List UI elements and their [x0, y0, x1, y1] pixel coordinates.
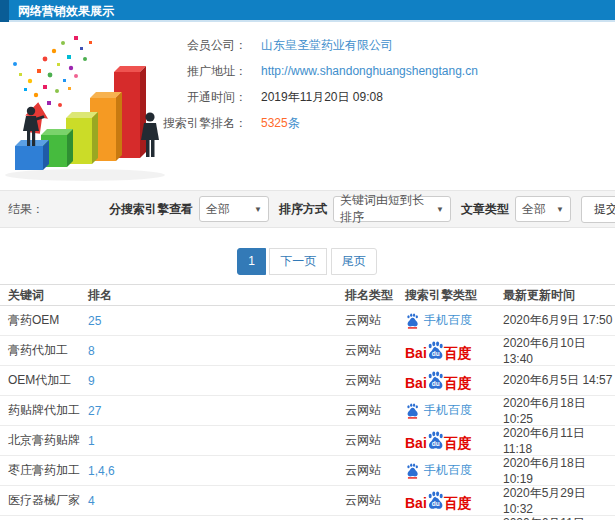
- engine-cell: 手机百度: [405, 312, 503, 329]
- article-type-select[interactable]: 全部 ▼: [515, 196, 571, 222]
- rank-type-cell: 云网站: [345, 462, 405, 479]
- rank-link[interactable]: 9: [88, 374, 345, 388]
- table-row: 菏泽膏药厂家17云网站手机百度2020年6月11日 11:40: [0, 516, 615, 520]
- top-title-bar: 网络营销效果展示: [0, 0, 615, 22]
- keyword-cell: OEM代加工: [8, 372, 88, 389]
- info-section: 会员公司： 山东皇圣堂药业有限公司 推广地址： http://www.shand…: [0, 22, 615, 190]
- filter-bar: 结果： 分搜索引擎查看 全部 ▼ 排序方式 关键词由短到长排序 ▼ 文章类型 全…: [0, 190, 615, 228]
- mobile-baidu-paw-icon: [405, 463, 420, 479]
- engine-cell: Baidu百度: [405, 431, 503, 450]
- updated-time-cell: 2020年5月29日 10:32: [503, 485, 615, 516]
- field-promo-url: 推广地址： http://www.shandonghuangshengtang.…: [155, 58, 478, 84]
- engine-cell: Baidu百度: [405, 491, 503, 510]
- svg-text:du: du: [432, 350, 440, 357]
- rank-link[interactable]: 4: [88, 494, 345, 508]
- table-row: 枣庄膏药加工1,4,6云网站手机百度2020年6月18日 10:19: [0, 456, 615, 486]
- engine-rank-count-label: 搜索引擎排名：: [155, 115, 247, 132]
- mobile-baidu-engine[interactable]: 手机百度: [405, 402, 472, 419]
- rank-type-cell: 云网站: [345, 342, 405, 359]
- keyword-cell: 膏药代加工: [8, 342, 88, 359]
- page: 网络营销效果展示: [0, 0, 615, 520]
- chevron-down-icon: ▼: [436, 205, 444, 214]
- table-row: 医疗器械厂家4云网站Baidu百度2020年5月29日 10:32: [0, 486, 615, 516]
- submit-button[interactable]: 提交: [581, 196, 615, 223]
- mobile-baidu-paw-icon: [405, 313, 420, 329]
- baidu-engine-logo[interactable]: Baidu百度: [405, 491, 472, 510]
- engine-label: 手机百度: [424, 402, 472, 419]
- rank-link[interactable]: 25: [88, 314, 345, 328]
- updated-time-cell: 2020年6月5日 14:57: [503, 372, 615, 389]
- table-body: 膏药OEM25云网站手机百度2020年6月9日 17:50膏药代加工8云网站Ba…: [0, 306, 615, 520]
- baidu-engine-logo[interactable]: Baidu百度: [405, 341, 472, 360]
- baidu-logo-prefix: Bai: [405, 496, 427, 510]
- chevron-down-icon: ▼: [254, 205, 262, 214]
- baidu-paw-icon: du: [426, 371, 445, 390]
- last-page-button[interactable]: 尾页: [331, 248, 377, 275]
- updated-time-cell: 2020年6月9日 17:50: [503, 312, 615, 329]
- page-number-current[interactable]: 1: [237, 248, 266, 275]
- field-engine-rank-count: 搜索引擎排名： 5325条: [155, 110, 478, 136]
- results-table: 关键词 排名 排名类型 搜索引擎类型 最新更新时间 膏药OEM25云网站手机百度…: [0, 284, 615, 520]
- pagination: 1 下一页 尾页: [0, 248, 615, 275]
- keyword-cell: 药贴牌代加工: [8, 402, 88, 419]
- keyword-cell: 医疗器械厂家: [8, 492, 88, 509]
- updated-time-cell: 2020年6月10日 13:40: [503, 335, 615, 366]
- updated-time-cell: 2020年6月11日 11:18: [503, 425, 615, 456]
- svg-text:du: du: [432, 380, 440, 387]
- member-company-value[interactable]: 山东皇圣堂药业有限公司: [261, 37, 393, 54]
- rank-type-cell: 云网站: [345, 432, 405, 449]
- svg-text:du: du: [432, 440, 440, 447]
- svg-text:du: du: [432, 500, 440, 507]
- sort-select[interactable]: 关键词由短到长排序 ▼: [333, 196, 451, 222]
- mobile-baidu-engine[interactable]: 手机百度: [405, 462, 472, 479]
- mobile-baidu-engine[interactable]: 手机百度: [405, 312, 472, 329]
- table-row: 膏药代加工8云网站Baidu百度2020年6月10日 13:40: [0, 336, 615, 366]
- engine-cell: 手机百度: [405, 402, 503, 419]
- baidu-paw-icon: du: [426, 491, 445, 510]
- baidu-paw-icon: du: [426, 341, 445, 360]
- baidu-logo-suffix: 百度: [444, 436, 472, 450]
- table-header-row: 关键词 排名 排名类型 搜索引擎类型 最新更新时间: [0, 284, 615, 306]
- table-row: OEM代加工9云网站Baidu百度2020年6月5日 14:57: [0, 366, 615, 396]
- promo-url-label: 推广地址：: [155, 63, 247, 80]
- engine-cell: Baidu百度: [405, 341, 503, 360]
- header-keyword: 关键词: [8, 287, 88, 304]
- header-rank: 排名: [88, 287, 345, 304]
- table-row: 北京膏药贴牌1云网站Baidu百度2020年6月11日 11:18: [0, 426, 615, 456]
- promo-url-value[interactable]: http://www.shandonghuangshengtang.cn: [261, 64, 478, 78]
- baidu-logo-suffix: 百度: [444, 376, 472, 390]
- table-row: 药贴牌代加工27云网站手机百度2020年6月18日 10:25: [0, 396, 615, 426]
- rank-link[interactable]: 8: [88, 344, 345, 358]
- page-title: 网络营销效果展示: [18, 0, 114, 22]
- filter-controls: 分搜索引擎查看 全部 ▼ 排序方式 关键词由短到长排序 ▼ 文章类型 全部 ▼ …: [99, 196, 615, 223]
- engine-rank-count-value: 5325: [261, 116, 288, 130]
- rank-type-cell: 云网站: [345, 372, 405, 389]
- engine-filter-select[interactable]: 全部 ▼: [199, 196, 269, 222]
- rank-type-cell: 云网站: [345, 492, 405, 509]
- rank-link[interactable]: 1,4,6: [88, 464, 345, 478]
- rank-link[interactable]: 27: [88, 404, 345, 418]
- open-time-label: 开通时间：: [155, 89, 247, 106]
- baidu-engine-logo[interactable]: Baidu百度: [405, 371, 472, 390]
- keyword-cell: 北京膏药贴牌: [8, 432, 88, 449]
- next-page-button[interactable]: 下一页: [269, 248, 327, 275]
- member-company-label: 会员公司：: [155, 37, 247, 54]
- article-type-label: 文章类型: [461, 201, 509, 218]
- baidu-engine-logo[interactable]: Baidu百度: [405, 431, 472, 450]
- header-updated-time: 最新更新时间: [503, 287, 615, 304]
- baidu-logo-suffix: 百度: [444, 346, 472, 360]
- table-row: 膏药OEM25云网站手机百度2020年6月9日 17:50: [0, 306, 615, 336]
- engine-filter-selected-value: 全部: [206, 201, 230, 218]
- chevron-down-icon: ▼: [556, 205, 564, 214]
- open-time-value: 2019年11月20日 09:08: [261, 89, 383, 106]
- engine-cell: 手机百度: [405, 462, 503, 479]
- header-rank-type: 排名类型: [345, 287, 405, 304]
- result-label: 结果：: [8, 201, 44, 218]
- engine-filter-label: 分搜索引擎查看: [109, 201, 193, 218]
- engine-rank-count-unit: 条: [288, 115, 300, 132]
- member-info-fields: 会员公司： 山东皇圣堂药业有限公司 推广地址： http://www.shand…: [155, 32, 478, 136]
- rank-link[interactable]: 1: [88, 434, 345, 448]
- confetti-dots: [13, 36, 92, 107]
- engine-label: 手机百度: [424, 462, 472, 479]
- baidu-logo-prefix: Bai: [405, 346, 427, 360]
